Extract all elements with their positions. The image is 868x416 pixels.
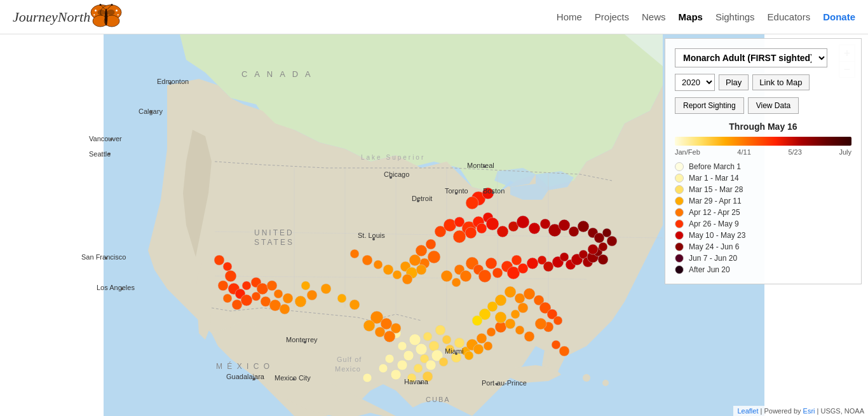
- svg-point-132: [241, 295, 252, 306]
- report-sighting-button[interactable]: Report Sighting: [675, 97, 744, 114]
- svg-point-165: [301, 281, 310, 290]
- svg-point-172: [552, 340, 560, 349]
- through-label: Through May 16: [675, 121, 851, 132]
- svg-point-116: [214, 255, 224, 265]
- svg-point-118: [225, 270, 236, 282]
- svg-point-178: [402, 274, 412, 284]
- svg-point-29: [409, 334, 421, 345]
- city-dot-monterrey: [304, 341, 306, 343]
- svg-point-94: [486, 218, 499, 230]
- year-select[interactable]: 2020: [675, 74, 715, 91]
- svg-point-18: [602, 380, 609, 386]
- legend-item: After Jun 20: [675, 265, 851, 274]
- svg-point-133: [252, 292, 261, 301]
- legend-color-dot: [675, 254, 684, 263]
- svg-point-115: [416, 265, 426, 275]
- logo-text: JourneyNorth: [13, 9, 90, 25]
- svg-point-169: [599, 242, 607, 251]
- svg-point-93: [477, 223, 487, 233]
- svg-point-91: [453, 230, 466, 243]
- main-nav: Home Projects News Maps Sightings Educat…: [557, 11, 855, 22]
- city-dot-guadalajara: [253, 378, 255, 380]
- gradient-bar: [675, 137, 851, 146]
- nav-maps[interactable]: Maps: [679, 11, 703, 22]
- nav-news[interactable]: News: [642, 11, 666, 22]
- svg-point-40: [454, 338, 465, 348]
- svg-point-159: [363, 320, 375, 331]
- city-dot-montreal: [484, 165, 486, 168]
- svg-point-10: [105, 8, 108, 25]
- svg-point-153: [505, 319, 515, 329]
- esri-link[interactable]: Esri: [803, 407, 815, 415]
- svg-point-175: [374, 260, 383, 269]
- play-button[interactable]: Play: [719, 74, 749, 90]
- svg-point-130: [223, 294, 232, 303]
- gradient-labels: Jan/Feb 4/11 5/23 July: [675, 148, 851, 156]
- svg-point-4: [98, 10, 105, 15]
- legend-item-label: Apr 26 - May 9: [689, 219, 739, 228]
- city-dot-vancouver: [110, 138, 112, 141]
- svg-point-6: [95, 10, 97, 11]
- svg-point-32: [398, 342, 407, 350]
- link-map-button[interactable]: Link to Map: [752, 74, 809, 90]
- svg-point-31: [435, 325, 445, 335]
- species-select[interactable]: Monarch Adult (FIRST sighted): [675, 48, 827, 67]
- svg-point-97: [517, 216, 529, 228]
- svg-point-151: [472, 315, 482, 326]
- legend-item-label: Apr 12 - Apr 25: [689, 208, 740, 217]
- city-dot-mexicocity: [292, 378, 295, 380]
- svg-point-92: [465, 227, 477, 239]
- svg-point-36: [403, 350, 414, 361]
- legend-item-label: Mar 29 - Apr 11: [689, 197, 742, 205]
- nav-donate[interactable]: Donate: [823, 11, 855, 22]
- svg-point-168: [607, 236, 617, 246]
- nav-sightings[interactable]: Sightings: [715, 11, 755, 22]
- svg-point-119: [218, 281, 228, 291]
- svg-point-59: [484, 342, 492, 350]
- legend-item-label: May 24 - Jun 6: [689, 242, 739, 251]
- svg-point-75: [543, 261, 553, 272]
- nav-educators[interactable]: Educators: [768, 11, 811, 22]
- svg-point-138: [515, 293, 525, 303]
- gradient-label-jan: Jan/Feb: [675, 148, 700, 156]
- legend-color-dot: [675, 231, 684, 240]
- attribution-powered: | Powered by: [761, 407, 803, 415]
- svg-point-44: [426, 360, 436, 370]
- logo-area[interactable]: JourneyNorth: [13, 1, 125, 33]
- city-dot-detroit: [417, 200, 419, 202]
- city-dot-edmonton: [169, 82, 172, 85]
- city-dot-chicago: [390, 176, 392, 179]
- legend-item-label: Mar 1 - Mar 14: [689, 174, 739, 183]
- nav-home[interactable]: Home: [557, 11, 582, 22]
- nav-projects[interactable]: Projects: [595, 11, 629, 22]
- legend: Before March 1Mar 1 - Mar 14Mar 15 - Mar…: [675, 162, 851, 274]
- legend-item: Mar 29 - Apr 11: [675, 197, 851, 205]
- city-dot-stlouis: [372, 238, 375, 240]
- leaflet-link[interactable]: Leaflet: [737, 407, 758, 415]
- svg-point-161: [384, 331, 395, 342]
- svg-point-84: [598, 254, 608, 265]
- legend-item-label: Jun 7 - Jun 20: [689, 254, 737, 263]
- svg-point-137: [505, 286, 516, 298]
- legend-color-dot: [675, 219, 684, 228]
- svg-point-152: [495, 312, 506, 323]
- svg-point-52: [423, 371, 433, 382]
- svg-point-110: [428, 251, 440, 263]
- legend-color-dot: [675, 265, 684, 274]
- svg-point-73: [527, 258, 538, 269]
- action-row: Report Sighting View Data: [675, 97, 851, 114]
- svg-point-58: [473, 344, 484, 354]
- view-data-button[interactable]: View Data: [748, 97, 799, 114]
- svg-point-146: [518, 303, 528, 313]
- legend-color-dot: [675, 185, 684, 194]
- svg-point-143: [553, 316, 562, 325]
- legend-item: Apr 26 - May 9: [675, 219, 851, 228]
- svg-point-102: [569, 226, 579, 237]
- gradient-label-july: July: [839, 148, 851, 156]
- svg-point-8: [93, 14, 95, 15]
- svg-point-5: [107, 10, 115, 15]
- svg-point-128: [295, 296, 306, 307]
- svg-point-162: [321, 284, 331, 294]
- svg-point-101: [559, 219, 570, 231]
- svg-point-112: [409, 254, 421, 266]
